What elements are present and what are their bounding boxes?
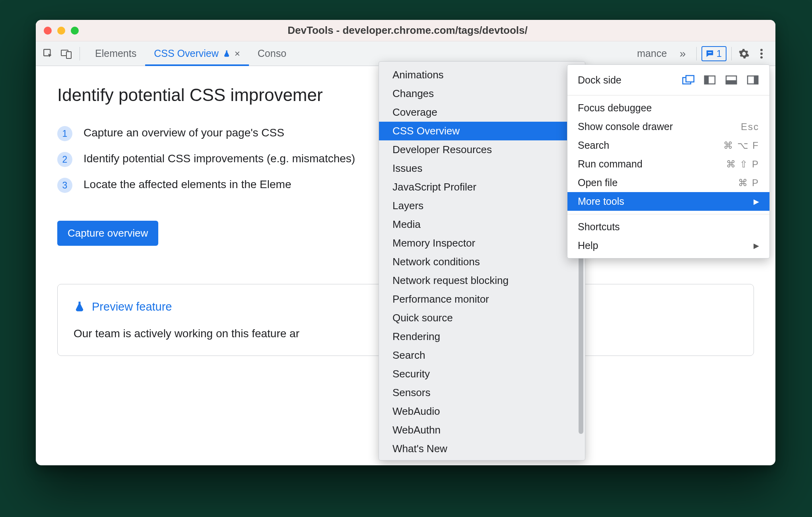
flask-icon bbox=[74, 301, 85, 313]
submenu-item[interactable]: Search bbox=[379, 346, 578, 365]
inspect-element-icon[interactable] bbox=[41, 46, 56, 61]
maximize-window-button[interactable] bbox=[71, 27, 79, 35]
kebab-menu-icon[interactable] bbox=[754, 46, 769, 61]
titlebar: DevTools - developer.chrome.com/tags/dev… bbox=[36, 20, 775, 41]
capture-overview-button[interactable]: Capture overview bbox=[57, 221, 158, 246]
menu-item[interactable]: Open file⌘ P bbox=[567, 173, 769, 192]
menu-item-help[interactable]: Help ▶ bbox=[567, 236, 769, 255]
menu-item-shortcuts[interactable]: Shortcuts bbox=[567, 218, 769, 236]
submenu-item[interactable]: WebAuthn bbox=[379, 421, 578, 439]
svg-rect-12 bbox=[726, 81, 736, 84]
submenu-item[interactable]: Developer Resources bbox=[379, 140, 578, 159]
svg-rect-14 bbox=[754, 76, 758, 84]
issues-badge[interactable]: 1 bbox=[701, 46, 727, 61]
close-window-button[interactable] bbox=[44, 27, 52, 35]
submenu-item[interactable]: Quick source bbox=[379, 309, 578, 327]
submenu-item[interactable]: Animations bbox=[379, 66, 578, 84]
flask-icon bbox=[223, 50, 231, 58]
submenu-item[interactable]: WebAudio bbox=[379, 402, 578, 421]
submenu-item[interactable]: Coverage bbox=[379, 103, 578, 122]
svg-point-6 bbox=[760, 56, 763, 58]
submenu-item[interactable]: Issues bbox=[379, 159, 578, 178]
dock-bottom-icon[interactable] bbox=[723, 74, 739, 86]
menu-item[interactable]: Run command⌘ ⇧ P bbox=[567, 155, 769, 173]
menu-item[interactable]: Search⌘ ⌥ F bbox=[567, 136, 769, 155]
toolbar-divider bbox=[696, 47, 697, 60]
toolbar-divider bbox=[80, 47, 80, 60]
close-tab-icon[interactable]: × bbox=[235, 48, 240, 59]
tab-performance[interactable]: mance bbox=[632, 48, 672, 59]
submenu-item[interactable]: CSS Overview bbox=[379, 122, 578, 140]
svg-rect-8 bbox=[686, 76, 694, 82]
more-tabs-icon[interactable]: » bbox=[674, 47, 692, 60]
more-tools-submenu: AnimationsChangesCoverageCSS OverviewDev… bbox=[379, 61, 585, 461]
menu-item[interactable]: Focus debuggee bbox=[567, 99, 769, 117]
svg-rect-3 bbox=[708, 52, 711, 53]
submenu-item[interactable]: Sensors bbox=[379, 383, 578, 402]
svg-point-5 bbox=[760, 52, 763, 55]
chevron-right-icon: ▶ bbox=[754, 241, 759, 250]
svg-point-4 bbox=[760, 49, 763, 51]
menu-item-more-tools[interactable]: More tools ▶ bbox=[567, 192, 769, 211]
submenu-item[interactable]: Performance monitor bbox=[379, 290, 578, 309]
dock-right-icon[interactable] bbox=[745, 74, 761, 86]
submenu-item[interactable]: Security bbox=[379, 365, 578, 383]
device-toggle-icon[interactable] bbox=[59, 46, 74, 61]
svg-rect-10 bbox=[705, 76, 708, 84]
toolbar-divider bbox=[731, 47, 732, 60]
submenu-item[interactable]: Memory Inspector bbox=[379, 234, 578, 253]
traffic-lights bbox=[44, 27, 79, 35]
dock-side-row: Dock side bbox=[567, 68, 769, 92]
submenu-item[interactable]: Media bbox=[379, 215, 578, 234]
dock-undock-icon[interactable] bbox=[680, 74, 696, 86]
devtools-window: DevTools - developer.chrome.com/tags/dev… bbox=[36, 20, 775, 465]
minimize-window-button[interactable] bbox=[57, 27, 65, 35]
menu-item[interactable]: Show console drawerEsc bbox=[567, 117, 769, 136]
settings-gear-icon[interactable] bbox=[736, 46, 752, 61]
svg-rect-2 bbox=[66, 52, 71, 58]
tab-css-overview[interactable]: CSS Overview × bbox=[145, 41, 249, 66]
dock-left-icon[interactable] bbox=[702, 74, 718, 86]
submenu-item[interactable]: Changes bbox=[379, 84, 578, 103]
chat-icon bbox=[705, 49, 714, 58]
submenu-item[interactable]: Network request blocking bbox=[379, 271, 578, 290]
tab-console[interactable]: Conso bbox=[249, 41, 295, 66]
submenu-item[interactable]: Network conditions bbox=[379, 253, 578, 271]
submenu-item[interactable]: Layers bbox=[379, 196, 578, 215]
chevron-right-icon: ▶ bbox=[754, 197, 759, 206]
tab-elements[interactable]: Elements bbox=[86, 41, 145, 66]
panel-tabs: Elements CSS Overview × Conso bbox=[86, 41, 295, 66]
submenu-item[interactable]: JavaScript Profiler bbox=[379, 178, 578, 196]
submenu-item[interactable]: What's New bbox=[379, 439, 578, 456]
submenu-item[interactable]: Rendering bbox=[379, 327, 578, 346]
window-title: DevTools - developer.chrome.com/tags/dev… bbox=[79, 24, 767, 37]
settings-dropdown: Dock side Focus debuggeeShow console dra… bbox=[567, 64, 770, 258]
